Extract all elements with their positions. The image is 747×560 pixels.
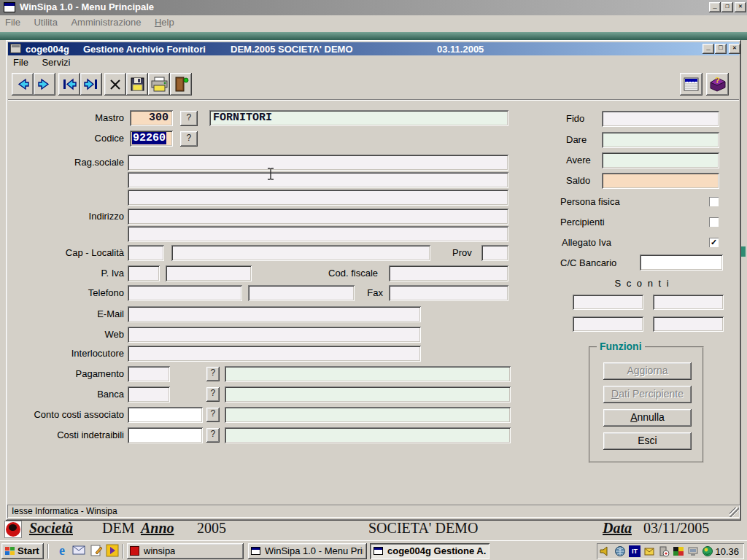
rag-sociale-field-1[interactable] [128,155,508,171]
task-coge004g[interactable]: coge004g Gestione A... [370,543,489,559]
mastro-field[interactable]: 300 [130,110,173,126]
indirizzo-field-2[interactable] [128,226,508,242]
percipienti-label: Percipienti [560,217,605,228]
cc-bancario-field[interactable] [640,254,723,271]
codice-help-button[interactable]: ? [180,131,198,147]
indirizzo-field-1[interactable] [128,209,508,225]
task-winsipa[interactable]: winsipa [127,543,244,559]
menu-help[interactable]: Help [150,15,179,29]
dati-percipiente-button[interactable]: Dati Percipiente [603,386,692,403]
mastro-desc-field[interactable]: FORNITORI [209,110,508,126]
annulla-button[interactable]: Annulla [603,409,692,427]
mastro-desc-value: FORNITORI [213,112,272,124]
conto-costi-help-button[interactable]: ? [206,408,220,422]
interlocutore-label: Interlocutore [6,348,124,359]
child-maximize-button[interactable]: □ [715,44,727,54]
telefono-field-1[interactable] [128,285,242,301]
pc-monitor-icon[interactable] [687,545,699,557]
task-winsipa-menu[interactable]: WinSipa 1.0 - Menu Princi... [248,543,367,559]
fido-field[interactable] [602,111,719,127]
child-minimize-button[interactable]: _ [703,44,714,54]
menu-amministrazione[interactable]: Amministrazione [66,15,146,29]
pagamento-field[interactable] [128,366,170,382]
child-menu-file[interactable]: File [8,55,34,69]
task-window-icon [251,547,260,555]
mail-tray-icon[interactable] [643,545,655,557]
print-button[interactable] [148,73,170,96]
sconti-field-1[interactable] [573,295,643,310]
web-label: Web [6,329,124,340]
clock[interactable]: 10.36 [715,546,739,557]
persona-fisica-checkbox[interactable] [709,197,719,206]
web-field[interactable] [128,327,421,343]
telefono-label: Telefono [6,287,124,298]
child-close-button[interactable]: ✕ [729,44,740,54]
costi-indetraibili-desc-field [225,427,511,443]
exit-button[interactable] [170,73,192,96]
child-toolbar: ? [8,70,739,98]
child-menu-servizi[interactable]: Servizi [36,55,75,69]
nav-prev-button[interactable] [12,73,34,96]
network-globe-icon[interactable] [614,545,626,557]
fax-field[interactable] [389,285,508,301]
piva-prefix-field[interactable] [128,265,160,281]
codice-field[interactable]: 92260 [130,131,173,147]
task-winsipa-icon [130,546,139,556]
child-menubar: File Servizi [8,55,739,69]
scheduler-icon[interactable] [658,545,670,557]
sconti-field-3[interactable] [573,316,643,332]
percipienti-checkbox[interactable] [709,217,719,227]
delete-button[interactable] [104,73,126,96]
interlocutore-field[interactable] [128,346,421,362]
nav-first-button[interactable] [58,73,80,96]
start-button[interactable]: Start [1,543,44,559]
banca-help-button[interactable]: ? [206,387,220,402]
grid-view-button[interactable] [680,73,703,96]
nav-last-button[interactable] [80,73,102,96]
sconti-field-2[interactable] [653,295,724,310]
mastro-help-button[interactable]: ? [180,111,198,126]
minimize-button[interactable]: _ [709,2,721,12]
dare-field [602,132,719,148]
restore-button[interactable]: ❐ [721,2,733,12]
menu-utilita[interactable]: Utilita [28,15,63,29]
costi-indetraibili-field[interactable] [128,427,203,443]
telefono-field-2[interactable] [248,285,355,301]
child-window: coge004g Gestione Archivio Fornitori DEM… [6,40,741,521]
email-field[interactable] [128,306,421,322]
conto-costi-field[interactable] [128,407,203,423]
aggiorna-button[interactable]: Aggiorna [603,362,692,380]
x-icon [104,73,126,96]
cap-field[interactable] [128,245,164,261]
keyboard-language-indicator[interactable]: IT [629,545,640,557]
costi-indetraibili-help-button[interactable]: ? [206,428,220,443]
resize-grip[interactable] [729,508,739,517]
quicklaunch-ie-icon[interactable]: e [55,543,69,558]
nav-next-button[interactable] [34,73,55,96]
rag-sociale-field-2[interactable] [128,172,508,188]
allegato-iva-checkbox[interactable]: ✓ [709,238,719,247]
help-book-button[interactable]: ? [706,73,729,96]
messenger-icon[interactable] [702,545,713,557]
persona-fisica-label: Persona fisica [560,196,620,207]
footer-societa-value: DEM [102,520,134,537]
quicklaunch-media-icon[interactable] [106,544,119,557]
prov-field[interactable] [481,245,508,261]
display-settings-icon[interactable] [673,545,684,557]
pagamento-help-button[interactable]: ? [206,367,220,381]
saldo-field [602,173,719,189]
save-button[interactable] [126,73,148,96]
esci-button[interactable]: Esci [603,432,692,450]
banca-field[interactable] [128,386,170,402]
localita-field[interactable] [171,245,430,261]
sconti-field-4[interactable] [653,316,724,332]
menu-file[interactable]: File [0,15,26,29]
cod-fiscale-field[interactable] [389,265,508,281]
volume-icon[interactable] [600,545,611,557]
quicklaunch-compose-icon[interactable] [90,544,103,557]
quicklaunch-mail-icon[interactable] [72,545,87,556]
close-button[interactable]: ✕ [735,2,746,12]
child-status-bar: Iesse Informatica - Winsipa [7,505,740,518]
rag-sociale-field-3[interactable] [128,190,508,206]
piva-field[interactable] [166,265,252,281]
